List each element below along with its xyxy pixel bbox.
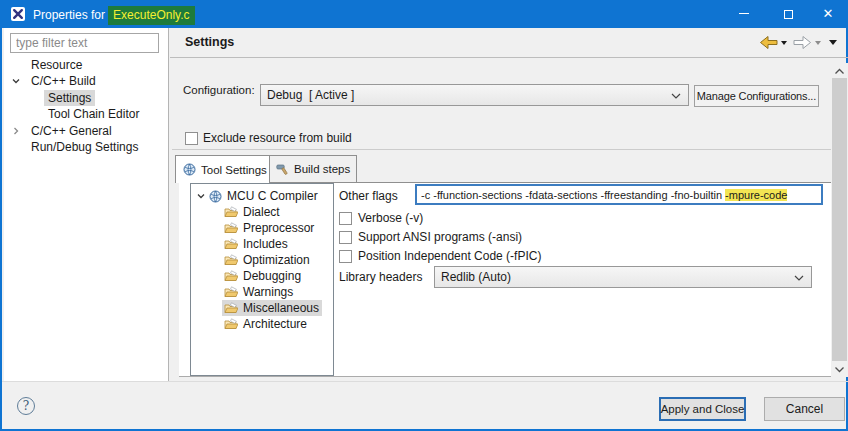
ansi-label: Support ANSI programs (-ansi) [358, 231, 522, 244]
selected-tree-item: Miscellaneous [222, 300, 322, 316]
apply-and-close-button[interactable]: Apply and Close [659, 397, 746, 421]
settings-folder-icon [224, 302, 238, 314]
view-menu-icon[interactable] [829, 40, 837, 45]
settings-folder-icon [224, 286, 238, 298]
settings-folder-icon [224, 222, 238, 234]
combo-chevron-icon [794, 275, 804, 281]
library-headers-value: Redlib (Auto) [441, 270, 511, 284]
ansi-checkbox[interactable] [339, 231, 352, 244]
configuration-combo[interactable]: Debug [ Active ] [260, 84, 689, 106]
fpic-checkbox[interactable] [339, 250, 352, 263]
eclipse-window-icon [11, 7, 25, 21]
tab-tool-settings[interactable]: Tool Settings [175, 155, 270, 183]
other-flags-label: Other flags [339, 189, 398, 203]
verbose-label: Verbose (-v) [358, 212, 423, 225]
other-flags-input[interactable]: -c -ffunction-sections -fdata-sections -… [415, 184, 823, 205]
exclude-resource-label: Exclude resource from build [203, 132, 352, 145]
settings-folder-icon [224, 270, 238, 282]
tool-tree-item-warnings[interactable]: Warnings [224, 284, 293, 300]
vertical-scrollbar[interactable] [831, 63, 848, 377]
panel-divider[interactable] [168, 28, 169, 381]
library-headers-label: Library headers [339, 270, 422, 284]
sidebar-item-resource[interactable]: Resource [31, 57, 82, 73]
exclude-resource-checkbox[interactable] [185, 132, 198, 145]
tool-tree-item-miscellaneous[interactable]: Miscellaneous [224, 300, 322, 316]
sidebar-item-toolchain-editor[interactable]: Tool Chain Editor [48, 106, 139, 122]
manage-configurations-button[interactable]: Manage Configurations... [694, 85, 819, 107]
fpic-label: Position Independent Code (-fPIC) [358, 250, 541, 263]
settings-folder-icon [224, 238, 238, 250]
help-button[interactable]: ? [17, 397, 35, 415]
tool-tree-item-architecture[interactable]: Architecture [224, 316, 307, 332]
window-title-filename: ExecuteOnly.c [108, 6, 194, 25]
chevron-collapsed-icon[interactable] [11, 126, 21, 136]
tool-tree-root[interactable]: MCU C Compiler [196, 188, 318, 204]
sidebar-item-cbuild[interactable]: C/C++ Build [11, 73, 96, 89]
verbose-checkbox[interactable] [339, 212, 352, 225]
chevron-expanded-icon[interactable] [196, 191, 206, 201]
compiler-tool-icon [209, 190, 222, 203]
filter-input[interactable] [10, 33, 159, 53]
tool-tree-item-optimization[interactable]: Optimization [224, 252, 310, 268]
window-title: Properties forExecuteOnly.c [33, 6, 195, 23]
scrollbar-thumb[interactable] [832, 78, 847, 361]
chevron-expanded-icon[interactable] [11, 76, 21, 86]
combo-chevron-icon [671, 93, 681, 99]
sidebar-item-rundebug[interactable]: Run/Debug Settings [31, 139, 138, 155]
forward-history-dropdown[interactable] [815, 41, 821, 45]
back-history-dropdown[interactable] [781, 41, 787, 45]
settings-folder-icon [224, 318, 238, 330]
build-steps-icon [276, 163, 289, 176]
minimize-button[interactable] [724, 0, 764, 28]
maximize-button[interactable] [768, 0, 808, 28]
window-title-prefix: Properties for [33, 8, 105, 22]
library-headers-combo[interactable]: Redlib (Auto) [434, 266, 812, 288]
configuration-label: Configuration: [183, 84, 255, 96]
back-arrow-icon[interactable] [759, 35, 778, 50]
tab-area-top-border [172, 149, 831, 150]
scroll-down-icon[interactable] [834, 366, 845, 373]
tool-tree-item-dialect[interactable]: Dialect [224, 204, 280, 220]
configuration-value: Debug [ Active ] [267, 88, 354, 102]
tab-content-top-border [270, 182, 831, 183]
titlebar: Properties forExecuteOnly.c ✕ [2, 0, 848, 28]
cancel-button[interactable]: Cancel [764, 397, 845, 421]
tool-tree-item-includes[interactable]: Includes [224, 236, 288, 252]
tool-tree-item-preprocessor[interactable]: Preprocessor [224, 220, 314, 236]
properties-dialog: Properties forExecuteOnly.c ✕ Resource C… [0, 0, 848, 431]
footer-divider [2, 381, 848, 382]
page-title: Settings [185, 35, 234, 49]
tool-settings-icon [183, 163, 196, 176]
forward-arrow-icon[interactable] [793, 35, 812, 50]
tab-build-steps[interactable]: Build steps [270, 155, 357, 182]
close-button[interactable]: ✕ [808, 0, 848, 28]
sidebar-item-settings[interactable]: Settings [48, 90, 95, 106]
sidebar-item-cgeneral[interactable]: C/C++ General [11, 123, 112, 139]
highlighted-flag: -mpure-code [725, 189, 787, 201]
settings-folder-icon [224, 254, 238, 266]
header-divider [170, 57, 848, 58]
scroll-up-icon[interactable] [834, 68, 845, 75]
tool-tree-item-debugging[interactable]: Debugging [224, 268, 301, 284]
settings-folder-icon [224, 206, 238, 218]
